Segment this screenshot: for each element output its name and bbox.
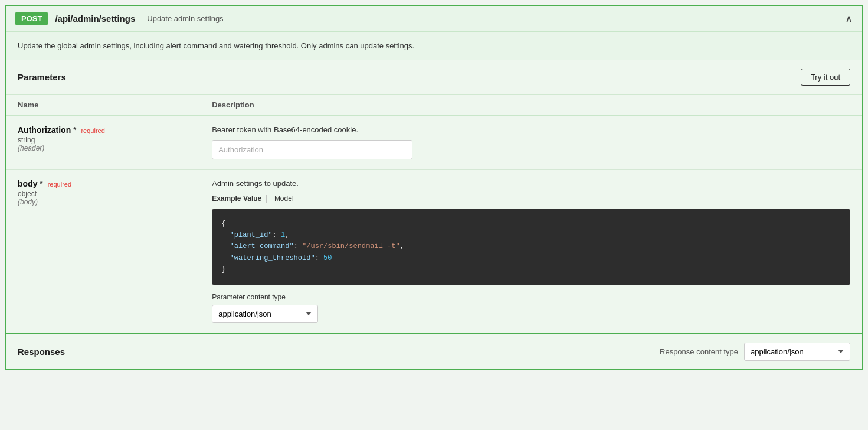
divider: |	[265, 194, 267, 203]
code-indent2	[221, 242, 230, 250]
authorization-input[interactable]	[212, 140, 412, 159]
description-text: Update the global admin settings, includ…	[18, 41, 414, 50]
outer-wrapper: POST /api/admin/settings Update admin se…	[0, 0, 868, 430]
auth-param-description: Bearer token with Base64-encoded cookie.	[212, 125, 850, 134]
code-open-brace: {	[221, 220, 225, 228]
parameters-section: Parameters Try it out Name Description	[6, 60, 862, 333]
auth-required-badge: required	[81, 127, 104, 134]
description-section: Update the global admin settings, includ…	[6, 32, 862, 60]
content-type-select[interactable]: application/json	[212, 305, 318, 323]
code-colon2: :	[294, 242, 302, 250]
model-link[interactable]: Model	[274, 194, 294, 203]
auth-param-type: string	[18, 136, 188, 144]
body-param-desc-cell: Admin settings to update. Example Value …	[200, 170, 862, 333]
collapse-icon[interactable]: ∧	[845, 12, 853, 25]
content-type-section: Parameter content type application/json	[212, 293, 850, 323]
parameters-header: Parameters Try it out	[6, 60, 862, 95]
response-content-type-group: Response content type application/json	[660, 343, 850, 361]
endpoint-path: /api/admin/settings	[55, 14, 135, 24]
responses-title: Responses	[18, 347, 65, 357]
code-colon3: :	[315, 254, 323, 262]
body-param-name: body	[18, 179, 37, 188]
params-table: Name Description Authorization * require…	[6, 95, 862, 333]
method-badge: POST	[15, 12, 48, 25]
response-content-type-label: Response content type	[660, 347, 738, 356]
body-param-location: (body)	[18, 198, 188, 206]
code-indent	[221, 231, 230, 239]
code-close-brace: }	[221, 265, 225, 273]
endpoint-header-left: POST /api/admin/settings Update admin se…	[15, 12, 224, 25]
endpoint-header: POST /api/admin/settings Update admin se…	[6, 6, 862, 32]
auth-param-name-cell: Authorization * required string (header)	[6, 116, 200, 170]
code-watering-threshold-key: "watering_threshold"	[230, 254, 315, 262]
code-alert-command-key: "alert_command"	[230, 242, 294, 250]
param-content-type-label: Parameter content type	[212, 293, 850, 301]
body-required-star: *	[40, 179, 42, 188]
code-watering-threshold-value: 50	[323, 254, 332, 262]
parameters-title: Parameters	[18, 72, 66, 82]
body-param-description: Admin settings to update.	[212, 179, 850, 188]
code-comma1: ,	[285, 231, 289, 239]
auth-param-name: Authorization	[18, 125, 71, 135]
main-container: POST /api/admin/settings Update admin se…	[5, 5, 863, 370]
code-indent3	[221, 254, 230, 262]
try-it-out-button[interactable]: Try it out	[801, 69, 850, 86]
code-comma2: ,	[400, 242, 404, 250]
code-block: { "plant_id": 1, "alert_command": "/usr/…	[212, 209, 850, 285]
responses-section: Responses Response content type applicat…	[6, 333, 862, 369]
endpoint-short-description: Update admin settings	[147, 14, 223, 23]
code-colon1: :	[273, 231, 281, 239]
body-param-name-cell: body * required object (body)	[6, 170, 200, 333]
col-name-header: Name	[6, 95, 200, 116]
auth-param-location: (header)	[18, 144, 188, 152]
response-content-type-select[interactable]: application/json	[744, 343, 850, 361]
code-alert-command-value: "/usr/sbin/sendmail -t"	[302, 242, 400, 250]
auth-param-desc-cell: Bearer token with Base64-encoded cookie.	[200, 116, 862, 170]
table-row: Authorization * required string (header)…	[6, 116, 862, 170]
code-plant-id-key: "plant_id"	[230, 231, 273, 239]
auth-required-star: *	[73, 125, 76, 135]
table-row: body * required object (body) Admin sett…	[6, 170, 862, 333]
body-param-type: object	[18, 190, 188, 198]
example-value-header: Example Value | Model	[212, 194, 850, 203]
example-value-label: Example Value	[212, 194, 261, 203]
body-required-badge: required	[48, 181, 71, 188]
col-description-header: Description	[200, 95, 862, 116]
